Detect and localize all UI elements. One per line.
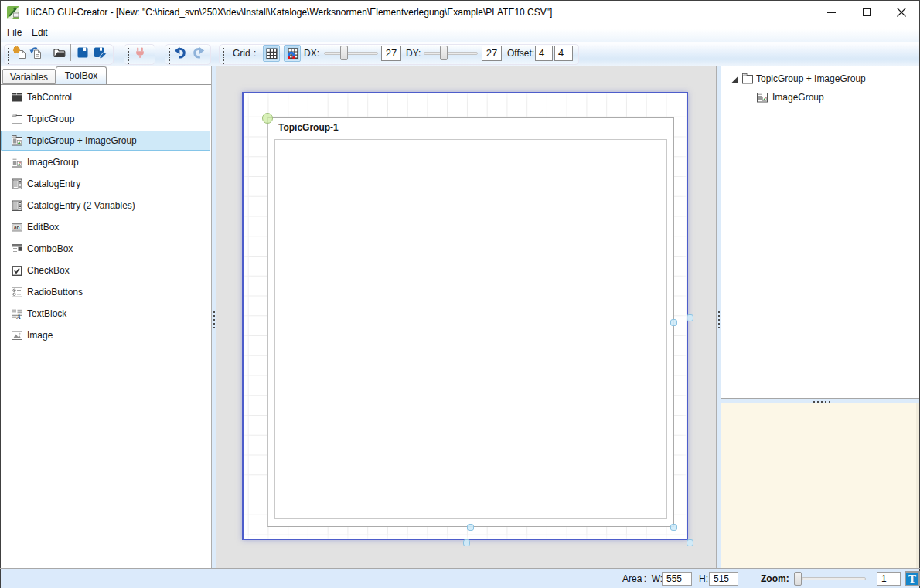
svg-text:ab: ab: [14, 225, 20, 230]
svg-text:A: A: [16, 314, 22, 320]
